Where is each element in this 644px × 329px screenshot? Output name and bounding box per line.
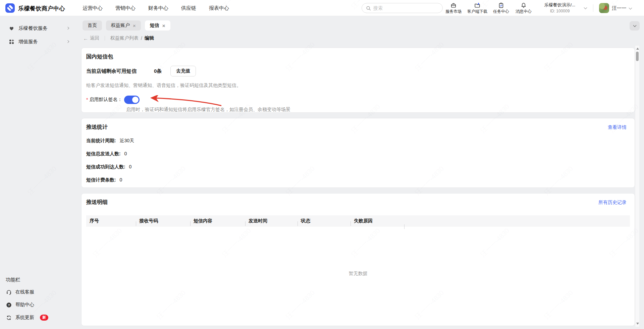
back-button[interactable]: 返回 (83, 35, 99, 41)
service-market-action[interactable]: 服务市场 (445, 2, 462, 14)
tab-bar: 首页 权益账户 短信 (83, 20, 170, 31)
tab-label: 权益账户 (111, 22, 130, 29)
stat-label: 当前统计周期: (86, 138, 116, 143)
client-download-action[interactable]: 客户端下载 (467, 2, 487, 14)
nav-item-finance[interactable]: 财务中心 (148, 5, 168, 11)
chevron-down-icon (584, 6, 587, 9)
col-phone: 接收号码 (136, 218, 190, 224)
close-icon[interactable] (133, 23, 136, 28)
task-icon (498, 2, 504, 8)
footer-item-label: 系统更新 (15, 315, 34, 321)
col-status: 状态 (298, 218, 351, 224)
view-details-link[interactable]: 查看详情 (608, 124, 627, 130)
quick-action-label: 消息中心 (516, 9, 532, 14)
sms-description: 给客户发送短信通知、营销通知、语音短信，验证码短信及其他类型短信。 (86, 83, 630, 89)
vertical-scrollbar[interactable] (635, 45, 640, 327)
stat-label: 短信总发送人数: (86, 151, 121, 156)
scroll-up-arrow-icon[interactable] (636, 48, 639, 50)
message-center-action[interactable]: 消息中心 (515, 2, 532, 14)
footer-item-label: 帮助中心 (15, 302, 34, 308)
recharge-button[interactable]: 去充值 (170, 66, 196, 76)
tab-label: 短信 (150, 22, 159, 29)
grid-plus-icon (9, 39, 15, 45)
col-content: 短信内容 (190, 218, 245, 224)
search-input[interactable] (373, 5, 438, 11)
avatar[interactable] (599, 3, 609, 13)
required-mark: * (86, 97, 88, 102)
breadcrumb-separator: / (141, 36, 142, 41)
back-label: 返回 (90, 35, 99, 41)
stat-value: 0 (124, 151, 127, 156)
refresh-icon (6, 315, 12, 321)
search-icon (366, 6, 371, 11)
briefcase-icon (450, 2, 457, 8)
tab-benefit-account[interactable]: 权益账户 (106, 20, 141, 31)
svg-text:?: ? (8, 303, 10, 307)
scrollbar-thumb[interactable] (636, 52, 639, 61)
empty-state: 暂无数据 (86, 227, 630, 320)
empty-text: 暂无数据 (349, 271, 368, 277)
online-support-item[interactable]: 在线客服 (0, 286, 75, 298)
stat-label: 短信计费条数: (86, 177, 116, 182)
help-icon: ? (6, 302, 12, 308)
tabs-overflow-button[interactable] (630, 21, 640, 31)
chevron-down-icon (629, 6, 632, 9)
task-center-action[interactable]: 任务中心 (492, 2, 510, 14)
divider (105, 36, 105, 41)
nav-item-reports[interactable]: 报表中心 (209, 5, 229, 11)
signature-row: * 启用默认签名： (86, 95, 630, 104)
sidebar-footer: 功能栏 在线客服 ? 帮助中心 系统更新 新 (0, 277, 75, 324)
chevron-down-icon (633, 24, 636, 27)
chevron-right-icon (66, 27, 69, 30)
nav-item-operations[interactable]: 运营中心 (83, 5, 103, 11)
stat-row: 当前统计周期: 近30天 (86, 138, 630, 144)
signature-toggle[interactable] (124, 96, 140, 104)
stat-value: 0 (120, 177, 122, 182)
top-navbar: 乐檬餐饮商户中心 运营中心 营销中心 财务中心 供应链 报表中心 服务市场 客户… (0, 0, 644, 16)
signature-label: 启用默认签名： (89, 97, 122, 103)
card-title: 推送统计 (86, 124, 630, 131)
sidebar-item-lemon-catering-service[interactable]: 乐檬餐饮服务 (2, 21, 73, 35)
sidebar-item-label: 增值服务 (18, 39, 38, 45)
stat-label: 短信成功到达人数: (86, 164, 125, 169)
merchant-switcher[interactable]: 乐檬餐饮演示/... ID: 100009 (539, 2, 581, 13)
new-badge: 新 (40, 315, 48, 321)
breadcrumb-parent[interactable]: 权益账户列表 (110, 35, 139, 41)
quick-action-label: 任务中心 (493, 9, 509, 14)
user-menu[interactable]: 汪一一 (612, 5, 632, 11)
sidebar-item-value-added-service[interactable]: 增值服务 (2, 35, 73, 48)
balance-value: 0条 (154, 68, 162, 74)
nav-item-marketing[interactable]: 营销中心 (115, 5, 136, 11)
bell-icon (521, 2, 527, 8)
quick-actions: 服务市场 客户端下载 任务中心 消息中心 (445, 2, 532, 14)
card-title: 推送明细 (86, 199, 630, 206)
sms-package-card: 国内短信包 当前店铺剩余可用短信 0条 去充值 给客户发送短信通知、营销通知、语… (81, 48, 635, 113)
divider (593, 4, 593, 12)
brand-logo-icon (5, 3, 15, 13)
quick-action-label: 服务市场 (445, 9, 462, 14)
scroll-down-arrow-icon[interactable] (636, 323, 639, 325)
col-fail-reason: 失败原因 (351, 218, 404, 224)
table-header: 序号 接收号码 短信内容 发送时间 状态 失败原因 (86, 215, 630, 227)
help-center-item[interactable]: ? 帮助中心 (0, 298, 75, 311)
download-icon (474, 2, 480, 8)
stat-value: 0 (129, 164, 132, 169)
card-title: 国内短信包 (86, 53, 630, 60)
tab-label: 首页 (88, 22, 97, 29)
merchant-name: 乐檬餐饮演示/... (539, 2, 581, 8)
stat-row: 短信总发送人数: 0 (86, 151, 630, 157)
tab-sms[interactable]: 短信 (145, 20, 170, 31)
tab-home[interactable]: 首页 (83, 20, 102, 31)
sidebar: 乐檬餐饮服务 增值服务 功能栏 在线客服 ? 帮助中心 系统更新 新 (0, 16, 75, 329)
sidebar-item-label: 乐檬餐饮服务 (18, 25, 48, 32)
nav-item-supply-chain[interactable]: 供应链 (181, 5, 196, 11)
global-search[interactable] (362, 3, 443, 13)
close-icon[interactable] (162, 23, 165, 28)
all-history-link[interactable]: 所有历史记录 (598, 200, 627, 206)
footer-item-label: 在线客服 (15, 289, 34, 295)
push-stats-card: 推送统计 查看详情 当前统计周期: 近30天 短信总发送人数: 0 短信成功到达… (81, 118, 635, 188)
brand-title: 乐檬餐饮商户中心 (18, 5, 65, 12)
balance-label: 当前店铺剩余可用短信 (86, 68, 137, 74)
system-update-item[interactable]: 系统更新 新 (0, 311, 75, 324)
push-detail-card: 推送明细 所有历史记录 序号 接收号码 短信内容 发送时间 状态 失败原因 暂无… (81, 193, 635, 326)
